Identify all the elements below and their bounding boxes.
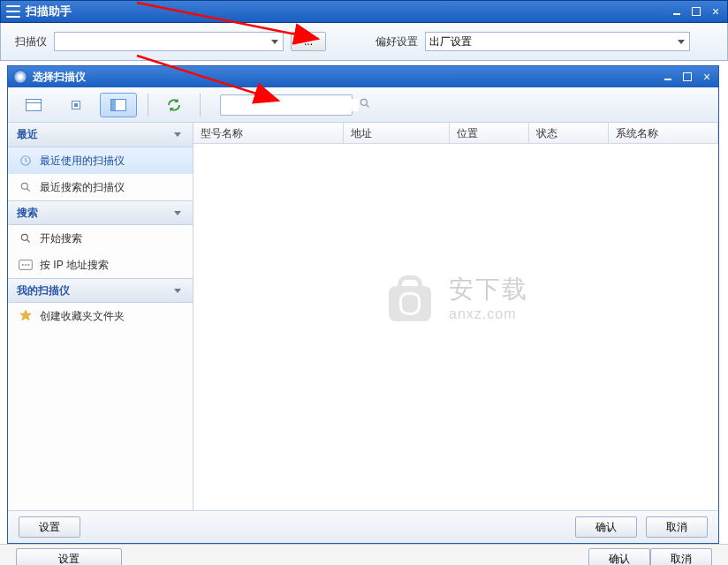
column-headers: 型号名称 地址 位置 状态 系统名称 xyxy=(193,123,718,144)
main-ok-button[interactable]: 确认 xyxy=(588,548,650,565)
search-input[interactable] xyxy=(226,99,359,111)
column-location[interactable]: 位置 xyxy=(450,123,529,143)
ip-icon xyxy=(19,258,33,272)
preset-combo-value: 出厂设置 xyxy=(429,34,472,49)
view-mode-1-button[interactable] xyxy=(15,93,52,117)
svg-point-9 xyxy=(25,264,27,266)
sidebar: 最近 最近使用的扫描仪 最近搜索的扫描仪 搜索 开始搜索 按 IP 地 xyxy=(8,123,193,510)
search-icon xyxy=(359,97,371,112)
minimize-button[interactable] xyxy=(671,5,683,18)
sidebar-group-search[interactable]: 搜索 xyxy=(8,200,193,225)
sidebar-item-recent-searched[interactable]: 最近搜索的扫描仪 xyxy=(8,174,193,200)
svg-point-5 xyxy=(21,234,27,240)
dropdown-arrow-icon xyxy=(269,35,281,48)
app-icon xyxy=(6,5,20,18)
svg-line-1 xyxy=(367,105,369,108)
search-doc-icon xyxy=(19,180,33,194)
main-bottom-bar: 设置 确认 取消 xyxy=(0,544,728,565)
refresh-icon xyxy=(166,97,182,113)
sidebar-group-my-scanners[interactable]: 我的扫描仪 xyxy=(8,278,193,303)
dialog-titlebar: 选择扫描仪 × xyxy=(8,66,718,87)
group-label: 我的扫描仪 xyxy=(17,283,70,298)
sidebar-group-recent[interactable]: 最近 xyxy=(8,123,193,147)
sidebar-item-label: 开始搜索 xyxy=(40,231,82,246)
scanner-combo[interactable] xyxy=(54,32,284,51)
dialog-maximize-button[interactable] xyxy=(681,71,694,83)
browse-scanner-button[interactable]: ... xyxy=(291,32,326,51)
maximize-button[interactable] xyxy=(690,5,702,18)
cancel-button[interactable]: 取消 xyxy=(646,516,708,538)
group-label: 最近 xyxy=(17,127,38,142)
main-window-title: 扫描助手 xyxy=(26,4,671,19)
dialog-minimize-button[interactable] xyxy=(662,71,674,83)
main-cancel-label: 取消 xyxy=(671,552,692,566)
dialog-body: 最近 最近使用的扫描仪 最近搜索的扫描仪 搜索 开始搜索 按 IP 地 xyxy=(8,123,718,511)
preset-combo[interactable]: 出厂设置 xyxy=(425,32,690,51)
svg-point-3 xyxy=(21,183,27,189)
window-controls: × xyxy=(671,5,722,18)
sidebar-item-label: 创建收藏夹文件夹 xyxy=(40,309,125,324)
sidebar-item-label: 最近搜索的扫描仪 xyxy=(40,180,125,195)
column-status[interactable]: 状态 xyxy=(529,123,609,143)
scanner-label: 扫描仪 xyxy=(15,34,47,49)
dialog-icon xyxy=(13,70,27,84)
column-system-name[interactable]: 系统名称 xyxy=(609,123,718,143)
settings-button[interactable]: 设置 xyxy=(19,516,80,538)
select-scanner-dialog: 选择扫描仪 × 最近 最近 xyxy=(7,65,719,544)
dropdown-arrow-icon xyxy=(675,35,687,48)
magnifier-icon xyxy=(19,231,33,245)
dialog-footer: 设置 确认 取消 xyxy=(8,511,718,543)
column-address[interactable]: 地址 xyxy=(344,123,450,143)
view-mode-2-button[interactable] xyxy=(57,93,95,117)
chevron-down-icon xyxy=(171,284,184,297)
main-window-titlebar: 扫描助手 × xyxy=(0,0,728,23)
view-mode-3-button[interactable] xyxy=(100,93,137,117)
cancel-button-label: 取消 xyxy=(666,520,687,535)
ok-button-label: 确认 xyxy=(595,520,617,535)
group-label: 搜索 xyxy=(17,206,38,221)
list-view-icon xyxy=(26,99,42,111)
svg-point-10 xyxy=(27,264,29,266)
refresh-button[interactable] xyxy=(159,93,189,117)
main-cancel-button[interactable]: 取消 xyxy=(650,548,712,565)
watermark-text-cn: 安下载 xyxy=(449,273,528,306)
svg-line-6 xyxy=(27,240,30,243)
sidebar-item-label: 最近使用的扫描仪 xyxy=(40,154,125,169)
main-settings-button[interactable]: 设置 xyxy=(16,548,122,565)
detail-view-icon xyxy=(110,99,126,111)
watermark-text-en: anxz.com xyxy=(449,306,528,322)
search-box[interactable] xyxy=(220,94,353,116)
dialog-window-controls: × xyxy=(662,71,713,83)
toolbar-divider xyxy=(200,94,201,117)
browse-label: ... xyxy=(304,35,313,48)
sidebar-item-recent-used[interactable]: 最近使用的扫描仪 xyxy=(8,147,193,174)
svg-point-0 xyxy=(360,99,367,105)
dialog-title: 选择扫描仪 xyxy=(33,70,662,85)
toolbar-divider xyxy=(148,94,148,117)
sidebar-item-create-favorites[interactable]: 创建收藏夹文件夹 xyxy=(8,303,193,329)
settings-button-label: 设置 xyxy=(39,520,60,535)
content-area: 型号名称 地址 位置 状态 系统名称 安下载 anxz.com xyxy=(193,123,718,510)
icon-view-icon xyxy=(72,101,80,109)
main-ok-label: 确认 xyxy=(609,552,630,566)
ok-button[interactable]: 确认 xyxy=(575,516,637,538)
sidebar-item-start-search[interactable]: 开始搜索 xyxy=(8,225,193,252)
svg-point-8 xyxy=(22,264,24,266)
close-button[interactable]: × xyxy=(709,5,722,18)
watermark: 安下载 anxz.com xyxy=(383,273,528,322)
sidebar-item-label: 按 IP 地址搜索 xyxy=(40,258,109,273)
star-folder-icon xyxy=(19,309,33,323)
dialog-close-button[interactable]: × xyxy=(701,71,713,83)
chevron-down-icon xyxy=(171,207,184,219)
sidebar-item-search-ip[interactable]: 按 IP 地址搜索 xyxy=(8,252,193,278)
clock-icon xyxy=(19,154,33,168)
watermark-badge-icon xyxy=(383,274,436,321)
chevron-down-icon xyxy=(171,129,184,141)
preset-label: 偏好设置 xyxy=(375,34,418,49)
main-toolbar: 扫描仪 ... 偏好设置 出厂设置 xyxy=(0,23,728,61)
svg-line-4 xyxy=(27,189,30,192)
column-model-name[interactable]: 型号名称 xyxy=(193,123,344,143)
dialog-toolbar xyxy=(8,87,718,123)
main-settings-label: 设置 xyxy=(58,552,80,566)
